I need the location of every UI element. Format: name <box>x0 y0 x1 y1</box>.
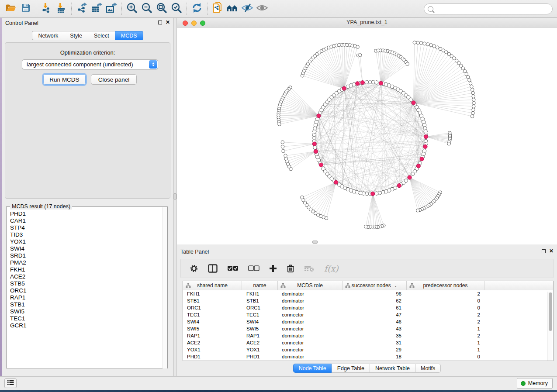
list-item[interactable]: STP4 <box>10 224 162 231</box>
delete-column-icon[interactable] <box>287 264 294 273</box>
float-panel-icon[interactable] <box>542 249 546 253</box>
list-item[interactable]: YOX1 <box>10 238 162 245</box>
export-image-button[interactable] <box>104 2 119 15</box>
add-column-icon[interactable] <box>269 265 277 272</box>
node-table[interactable]: shared name name MCDS role successor nod… <box>183 281 554 361</box>
save-floppy-icon <box>21 3 31 14</box>
export-network-button[interactable] <box>74 2 89 15</box>
table-row[interactable]: SWI5SWI5connector431 <box>183 325 553 332</box>
memory-button[interactable]: Memory <box>517 378 553 389</box>
close-panel-button[interactable]: Close panel <box>91 74 137 85</box>
search-input[interactable] <box>433 6 552 12</box>
list-item[interactable]: TEC1 <box>10 315 162 322</box>
list-item[interactable]: FKH1 <box>10 266 162 273</box>
tab-motifs[interactable]: Motifs <box>415 364 441 373</box>
table-row[interactable]: ORC1ORC1dominator610 <box>183 304 553 311</box>
table-row[interactable]: ACE2ACE2connector311 <box>183 339 553 346</box>
list-item[interactable]: ACE2 <box>10 273 162 280</box>
export-table-button[interactable] <box>89 2 104 15</box>
list-item[interactable]: STB1 <box>10 301 162 308</box>
scrollbar-thumb[interactable] <box>549 292 552 331</box>
clone-network-button[interactable] <box>210 2 225 15</box>
column-header-mcds-role[interactable]: MCDS role <box>278 281 343 290</box>
list-item[interactable]: RAP1 <box>10 294 162 301</box>
search-box[interactable] <box>424 3 553 14</box>
tab-style[interactable]: Style <box>64 31 88 40</box>
show-graphics-button[interactable] <box>255 2 270 15</box>
optimization-criterion-select[interactable]: largest connected component (undirected) <box>22 59 158 69</box>
splitter-grip[interactable] <box>173 193 176 199</box>
export-image-icon <box>106 3 117 15</box>
sort-chevron-icon[interactable]: ⌄ <box>394 283 398 288</box>
table-footer-tabs: Node Table Edge Table Network Table Moti… <box>177 364 557 373</box>
list-item[interactable]: PMA2 <box>10 259 162 266</box>
list-item[interactable]: SWI5 <box>10 308 162 315</box>
list-item[interactable]: SRD1 <box>10 252 162 259</box>
list-item[interactable]: STB5 <box>10 280 162 287</box>
zoom-selected-button[interactable] <box>169 2 184 15</box>
column-header-successor-nodes[interactable]: successor nodes ⌄ <box>343 281 407 290</box>
column-header-predecessor-nodes[interactable]: predecessor nodes <box>407 281 484 290</box>
select-all-columns-icon[interactable] <box>227 265 239 272</box>
table-row[interactable]: YOX1YOX1connector291 <box>183 346 553 353</box>
desktop-wallpaper-bottom-strip <box>0 390 557 392</box>
column-header-name[interactable]: name <box>242 281 278 290</box>
splitter-grip[interactable] <box>312 241 318 244</box>
table-scrollbar[interactable] <box>547 292 552 361</box>
function-builder-icon-disabled: f(x) <box>324 264 339 273</box>
unselect-all-columns-icon[interactable] <box>248 265 259 272</box>
refresh-button[interactable] <box>190 2 204 15</box>
import-table-button[interactable] <box>54 2 69 15</box>
import-table-icon <box>56 3 66 15</box>
network-canvas[interactable] <box>177 28 557 244</box>
control-panel-tabs: Network Style Select MCDS <box>2 31 173 40</box>
table-row[interactable]: TEC1TEC1connector472 <box>183 311 553 318</box>
mcds-result-list[interactable]: PHD1 CAR1 STP4 TID3 YOX1 SWI4 SRD1 PMA2 … <box>7 210 162 367</box>
tab-node-table[interactable]: Node Table <box>293 364 332 373</box>
network-window-title: YPA_prune.txt_1 <box>177 19 557 25</box>
tab-mcds[interactable]: MCDS <box>115 31 143 40</box>
table-row[interactable]: SWI4SWI4dominator462 <box>183 318 553 325</box>
table-row[interactable]: FKH1FKH1dominator962 <box>183 290 553 297</box>
shared-column-icon <box>345 283 350 289</box>
hide-graphics-button[interactable] <box>240 2 255 15</box>
network-window-titlebar[interactable]: YPA_prune.txt_1 <box>177 18 557 28</box>
import-network-button[interactable] <box>39 2 54 15</box>
column-label: name <box>253 282 266 289</box>
network-overview-button[interactable] <box>225 2 240 15</box>
table-panel: Table Panel ✕ f(x) <box>177 247 557 376</box>
run-mcds-button[interactable]: Run MCDS <box>43 74 86 85</box>
zoom-in-button[interactable] <box>125 2 139 15</box>
close-panel-icon[interactable]: ✕ <box>549 249 554 253</box>
control-panel-title: Control Panel <box>2 20 38 26</box>
table-row[interactable]: RAP1RAP1dominator352 <box>183 332 553 339</box>
vertical-splitter[interactable] <box>173 18 177 376</box>
tab-edge-table[interactable]: Edge Table <box>332 364 370 373</box>
table-row[interactable]: STB1STB1dominator620 <box>183 297 553 304</box>
show-column-panel-icon[interactable] <box>208 264 218 273</box>
list-item[interactable]: PHD1 <box>10 210 162 217</box>
column-header-filler <box>484 281 553 290</box>
zoom-fit-button[interactable] <box>154 2 169 15</box>
open-session-button[interactable] <box>3 2 18 15</box>
tab-network-table[interactable]: Network Table <box>370 364 415 373</box>
search-icon <box>428 6 433 12</box>
table-row[interactable]: PHD1PHD1dominator180 <box>183 353 553 360</box>
save-session-button[interactable] <box>18 2 33 15</box>
mcds-list-scrollbar[interactable] <box>163 207 167 368</box>
list-item[interactable]: ORC1 <box>10 287 162 294</box>
column-header-shared-name[interactable]: shared name <box>183 281 242 290</box>
tab-network[interactable]: Network <box>32 31 64 40</box>
list-item[interactable]: TID3 <box>10 231 162 238</box>
tab-select[interactable]: Select <box>88 31 115 40</box>
memory-label: Memory <box>528 380 548 386</box>
list-item[interactable]: GCR1 <box>10 322 162 329</box>
close-panel-icon[interactable]: ✕ <box>166 21 170 24</box>
list-item[interactable]: SWI4 <box>10 245 162 252</box>
zoom-fit-icon <box>156 2 167 15</box>
settings-gear-icon[interactable] <box>190 264 198 273</box>
float-panel-icon[interactable] <box>158 21 162 24</box>
task-history-button[interactable] <box>4 378 17 388</box>
zoom-out-button[interactable] <box>139 2 154 15</box>
list-item[interactable]: CAR1 <box>10 217 162 224</box>
